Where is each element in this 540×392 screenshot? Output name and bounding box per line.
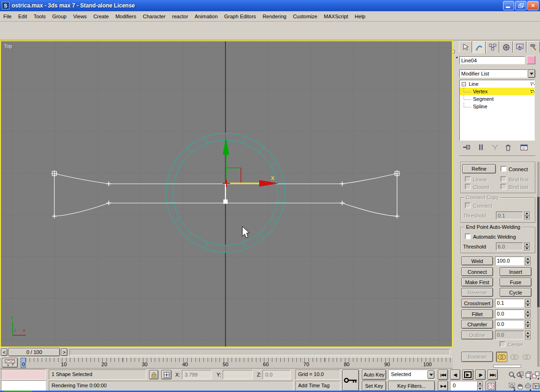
fuse-button[interactable]: Fuse <box>500 278 532 286</box>
weld-button[interactable]: Weld <box>461 256 493 265</box>
zoom-extents-all-button[interactable] <box>532 369 540 380</box>
add-time-tag[interactable]: Add Time Tag <box>295 381 340 391</box>
zoom-extents-button[interactable] <box>524 369 532 380</box>
menu-item-graph-editors[interactable]: Graph Editors <box>221 12 259 21</box>
menu-item-group[interactable]: Group <box>49 12 70 21</box>
modifier-list-arrow[interactable] <box>528 69 535 78</box>
weld-spinner[interactable] <box>525 256 531 265</box>
menu-item-views[interactable]: Views <box>70 12 90 21</box>
boolean-button[interactable]: Boolean <box>461 352 493 362</box>
tab-display[interactable] <box>513 41 526 53</box>
menu-item-file[interactable]: File <box>0 12 15 21</box>
menu-item-modifiers[interactable]: Modifiers <box>112 12 140 21</box>
menu-item-animation[interactable]: Animation <box>191 12 221 21</box>
go-to-end-button[interactable]: ▶▶| <box>488 369 498 380</box>
x-coordinate-field[interactable]: 3.799 <box>182 370 212 379</box>
viewport-canvas[interactable]: X y z x Top <box>1 41 452 347</box>
absolute-offset-toggle[interactable] <box>161 370 172 379</box>
menu-item-tools[interactable]: Tools <box>30 12 49 21</box>
outline-spinner[interactable] <box>525 331 531 339</box>
menu-item-maxscript[interactable]: MAXScript <box>321 12 352 21</box>
set-key-button[interactable]: Set Key <box>362 381 386 391</box>
zoom-region-button[interactable] <box>508 381 516 391</box>
linear-checkbox[interactable] <box>465 176 471 182</box>
tab-create[interactable] <box>459 41 472 53</box>
tab-modify[interactable] <box>472 41 486 53</box>
remove-modifier-button[interactable] <box>502 143 514 152</box>
maxscript-listener-pink[interactable] <box>1 369 46 380</box>
closed-checkbox[interactable] <box>465 184 471 189</box>
app-icon[interactable]: S <box>2 2 9 9</box>
key-filter-dropdown-arrow[interactable] <box>428 370 435 379</box>
open-mini-curve-editor-button[interactable] <box>2 358 18 368</box>
go-to-start-button[interactable]: |◀◀ <box>438 369 448 380</box>
arc-rotate-button[interactable] <box>524 381 532 391</box>
y-coordinate-field[interactable] <box>223 370 253 379</box>
menu-item-rendering[interactable]: Rendering <box>259 12 290 21</box>
pan-button[interactable] <box>516 381 524 391</box>
previous-frame-button[interactable]: ◀|| <box>450 369 460 380</box>
boolean-intersect-button[interactable] <box>521 353 532 361</box>
next-frame-button[interactable]: ||▶ <box>475 369 486 380</box>
tab-utilities[interactable] <box>527 41 540 53</box>
object-color-swatch[interactable] <box>527 56 535 64</box>
play-button[interactable]: ▶ <box>462 369 473 380</box>
cross-insert-button[interactable]: CrossInsert <box>461 299 493 308</box>
time-slider-prev-button[interactable]: < <box>1 348 8 356</box>
zoom-button[interactable] <box>508 369 516 380</box>
outline-field[interactable]: 0.0 <box>495 331 524 339</box>
weld-threshold-spinner[interactable] <box>524 242 530 250</box>
refine-button[interactable]: Refine <box>462 164 496 173</box>
outline-button[interactable]: Outline <box>461 331 493 339</box>
auto-key-button[interactable]: Auto Key <box>362 369 386 380</box>
current-frame-field[interactable]: 0 <box>450 381 477 391</box>
modifier-stack-item-line[interactable]: −Line <box>460 80 534 88</box>
collapse-icon[interactable]: − <box>462 82 466 86</box>
key-filters-button[interactable]: Key Filters... <box>388 381 435 391</box>
tab-motion[interactable] <box>500 41 513 53</box>
configure-modifier-sets-button[interactable] <box>518 143 530 152</box>
time-configuration-button[interactable] <box>486 381 496 391</box>
scrollbar-thumb[interactable] <box>537 197 540 307</box>
zoom-all-button[interactable] <box>516 369 524 380</box>
time-slider-handle[interactable]: 0 / 100 <box>8 348 60 356</box>
transform-gizmo[interactable]: X <box>223 138 279 187</box>
modifier-stack[interactable]: −LineVertexSegmentSpline <box>459 80 535 141</box>
viewport-top[interactable]: X y z x Top <box>0 40 453 347</box>
menu-item-customize[interactable]: Customize <box>290 12 321 21</box>
cycle-button[interactable]: Cycle <box>500 288 532 297</box>
rollout-scrollbar[interactable] <box>537 162 540 367</box>
menu-item-create[interactable]: Create <box>90 12 112 21</box>
automatic-welding-checkbox[interactable] <box>465 234 471 239</box>
connect-checkbox[interactable] <box>501 166 506 172</box>
make-first-button[interactable]: Make First <box>461 278 493 286</box>
min-max-toggle-button[interactable] <box>532 381 540 391</box>
fillet-field[interactable]: 0.0 <box>495 309 524 318</box>
show-end-result-button[interactable] <box>475 143 487 152</box>
connect-copy-threshold-spinner[interactable] <box>524 211 530 219</box>
modifier-stack-item-vertex[interactable]: Vertex <box>460 88 534 95</box>
time-slider-track[interactable] <box>69 349 450 355</box>
chamfer-field[interactable]: 0.0 <box>495 320 524 329</box>
connect-button[interactable]: Connect <box>461 267 493 276</box>
pin-stack-button[interactable] <box>461 143 472 152</box>
menu-item-help[interactable]: Help <box>352 12 369 21</box>
menu-item-character[interactable]: Character <box>140 12 169 21</box>
connect-copy-checkbox[interactable] <box>465 203 471 208</box>
modifier-list-dropdown[interactable]: Modifier List <box>459 69 528 78</box>
minimize-button[interactable] <box>503 1 514 10</box>
modifier-stack-item-segment[interactable]: Segment <box>460 95 534 103</box>
key-mode-toggle-button[interactable]: ▶◀ <box>438 381 448 391</box>
modifier-stack-item-spline[interactable]: Spline <box>460 103 534 110</box>
insert-button[interactable]: Insert <box>500 267 532 276</box>
weld-threshold-field[interactable]: 6.0 <box>496 242 523 250</box>
viewport-label[interactable]: Top <box>4 43 12 49</box>
bind-last-checkbox[interactable] <box>501 184 506 189</box>
fillet-button[interactable]: Fillet <box>461 309 493 318</box>
boolean-union-button[interactable] <box>496 352 507 362</box>
z-coordinate-field[interactable]: 0.0 <box>262 370 291 379</box>
restore-button[interactable] <box>515 1 526 10</box>
set-key-mode-toggle[interactable] <box>342 369 359 391</box>
tab-hierarchy[interactable] <box>486 41 499 53</box>
menu-item-reactor[interactable]: reactor <box>169 12 191 21</box>
